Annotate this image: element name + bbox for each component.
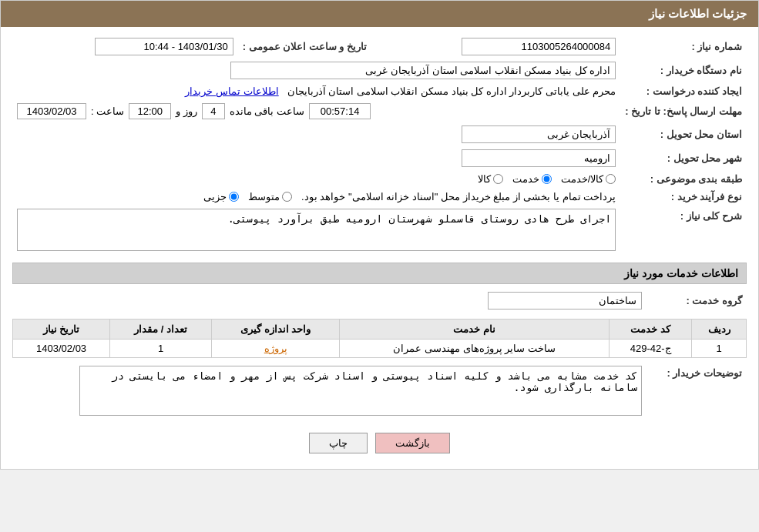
services-header-row: ردیف کد خدمت نام خدمت واحد اندازه گیری ت…: [13, 320, 747, 340]
tarikh-label: تاریخ و ساعت اعلان عمومی :: [238, 35, 371, 59]
ostan-value: آذربایجان غربی: [12, 122, 620, 146]
radio-khadamat-label: خدمت: [512, 173, 539, 185]
row-nam-dastgah: نام دستگاه خریدار : اداره کل بنیاد مسکن …: [12, 59, 747, 82]
mohlat-value: 00:57:14 ساعت باقی مانده 4 روز و 12:00 س…: [12, 100, 620, 122]
services-table-head: ردیف کد خدمت نام خدمت واحد اندازه گیری ت…: [13, 320, 747, 340]
page-header: جزئیات اطلاعات نیاز: [1, 1, 758, 27]
mohlat-saat-baqi-label: ساعت باقی مانده: [230, 105, 304, 117]
radio-kala-input[interactable]: [493, 174, 503, 184]
ijad-konande-label: ایجاد کننده درخواست :: [620, 82, 747, 100]
cell-radif: 1: [692, 340, 747, 358]
cell-kod: ج-42-429: [609, 340, 691, 358]
col-tarikh: تاریخ نیاز: [13, 320, 110, 340]
radio-jozee-label: جزیی: [203, 191, 227, 202]
ostan-input: آذربایجان غربی: [462, 125, 616, 143]
chap-button[interactable]: چاپ: [309, 433, 368, 453]
tosihaat-value: کد خدمت مشابه می باشد و کلیه اسناد پیوست…: [12, 363, 646, 421]
row-noe-farayand: نوع فرآیند خرید : پرداخت تمام یا بخشی از…: [12, 188, 747, 206]
tosihaat-table: توضیحات خریدار : کد خدمت مشابه می باشد و…: [12, 363, 747, 421]
radio-khadamat: خدمت: [512, 173, 552, 185]
radio-kala: کالا: [478, 173, 503, 185]
row-tosihaat: توضیحات خریدار : کد خدمت مشابه می باشد و…: [12, 363, 747, 421]
sharh-textarea[interactable]: اجرای طرح هادی روستای قاسملو شهرستان ارو…: [17, 209, 616, 251]
col-nam: نام خدمت: [340, 320, 610, 340]
sharh-label: شرح کلی نیاز :: [620, 206, 747, 256]
mohlat-baqi-value: 00:57:14: [309, 103, 371, 119]
shahr-value: ارومیه: [12, 146, 620, 170]
cell-nam: ساخت سایر پروژه‌های مهندسی عمران: [340, 340, 610, 358]
row-shomare-tarikh: شماره نیاز : 1103005264000084 تاریخ و سا…: [12, 35, 747, 59]
mohlat-saat-label: ساعت :: [91, 105, 124, 117]
mohlat-label: مهلت ارسال پاسخ: تا تاریخ :: [620, 100, 747, 122]
col-radif: ردیف: [692, 320, 747, 340]
shahr-label: شهر محل تحویل :: [620, 146, 747, 170]
main-info-table: شماره نیاز : 1103005264000084 تاریخ و سا…: [12, 35, 747, 256]
noe-farayand-radio-group: پرداخت تمام یا بخشی از مبلغ خریداز محل "…: [17, 191, 616, 202]
radio-jozee: جزیی: [203, 191, 239, 202]
noe-farayand-label: نوع فرآیند خرید :: [620, 188, 747, 206]
grooh-value: ساختمان: [12, 289, 646, 313]
mohlat-roz-value: 4: [202, 103, 225, 119]
row-sharh: شرح کلی نیاز : اجرای طرح هادی روستای قاس…: [12, 206, 747, 256]
col-vahed: واحد اندازه گیری: [212, 320, 340, 340]
page-title: جزئیات اطلاعات نیاز: [649, 7, 747, 20]
services-table: ردیف کد خدمت نام خدمت واحد اندازه گیری ت…: [12, 319, 747, 358]
cell-tedad: 1: [110, 340, 212, 358]
row-tabaqebandi: طبقه بندی موضوعی : کالا/خدمت خدمت: [12, 170, 747, 188]
table-row: 1 ج-42-429 ساخت سایر پروژه‌های مهندسی عم…: [13, 340, 747, 358]
buttons-row: بازگشت چاپ: [12, 433, 747, 453]
bazgasht-button[interactable]: بازگشت: [375, 433, 450, 453]
cell-tarikh: 1403/02/03: [13, 340, 110, 358]
nam-dastgah-input: اداره کل بنیاد مسکن انقلاب اسلامی استان …: [230, 62, 616, 79]
mohlat-saat-value: 12:00: [129, 103, 171, 119]
row-shahr: شهر محل تحویل : ارومیه: [12, 146, 747, 170]
row-grooh: گروه خدمت : ساختمان: [12, 289, 747, 313]
page-container: جزئیات اطلاعات نیاز شماره نیاز : 1103005…: [0, 0, 759, 470]
radio-kala-khadamat: کالا/خدمت: [561, 173, 616, 185]
ijad-konande-value: محرم علی یاباتی کاربردار اداره کل بنیاد …: [12, 82, 620, 100]
grooh-input: ساختمان: [488, 292, 642, 309]
radio-kala-label: کالا: [478, 173, 491, 185]
tarikh-value: 1403/01/30 - 10:44: [12, 35, 238, 59]
services-table-body: 1 ج-42-429 ساخت سایر پروژه‌های مهندسی عم…: [13, 340, 747, 358]
col-kod: کد خدمت: [609, 320, 691, 340]
tabaqebandi-radios: کالا/خدمت خدمت کالا: [12, 170, 620, 188]
noe-farayand-content: پرداخت تمام یا بخشی از مبلغ خریداز محل "…: [12, 188, 620, 206]
radio-motavaset: متوسط: [248, 191, 292, 202]
shomare-niaz-label: شماره نیاز :: [620, 35, 747, 59]
tosihaat-label: توضیحات خریدار :: [646, 363, 747, 421]
grooh-table: گروه خدمت : ساختمان: [12, 289, 747, 313]
khadamat-section-header: اطلاعات خدمات مورد نیاز: [12, 263, 747, 284]
mohlat-roz-label: روز و: [176, 105, 197, 117]
cell-vahed: پروژه: [212, 340, 340, 358]
sharh-value: اجرای طرح هادی روستای قاسملو شهرستان ارو…: [12, 206, 620, 256]
radio-motavaset-label: متوسط: [248, 191, 280, 202]
ostan-label: استان محل تحویل :: [620, 122, 747, 146]
noe-farayand-text: پرداخت تمام یا بخشی از مبلغ خریداز محل "…: [301, 191, 616, 202]
radio-kala-khadamat-label: کالا/خدمت: [561, 173, 604, 185]
nam-dastgah-label: نام دستگاه خریدار :: [620, 59, 747, 82]
mohlat-date-value: 1403/02/03: [17, 103, 86, 119]
radio-jozee-input[interactable]: [229, 192, 239, 202]
radio-motavaset-input[interactable]: [282, 192, 292, 202]
row-mohlat: مهلت ارسال پاسخ: تا تاریخ : 00:57:14 ساع…: [12, 100, 747, 122]
tabaqebandi-radio-group: کالا/خدمت خدمت کالا: [17, 173, 616, 185]
tarikh-input: 1403/01/30 - 10:44: [95, 38, 233, 55]
ittilaat-tamas-link[interactable]: اطلاعات تماس خریدار: [185, 85, 278, 97]
grooh-label: گروه خدمت :: [646, 289, 747, 313]
nam-dastgah-value: اداره کل بنیاد مسکن انقلاب اسلامی استان …: [12, 59, 620, 82]
radio-kala-khadamat-input[interactable]: [606, 174, 616, 184]
col-tedad: تعداد / مقدار: [110, 320, 212, 340]
row-ijad-konande: ایجاد کننده درخواست : محرم علی یاباتی کا…: [12, 82, 747, 100]
content-area: شماره نیاز : 1103005264000084 تاریخ و سا…: [1, 27, 758, 469]
shomare-niaz-input: 1103005264000084: [462, 38, 616, 55]
tabaqebandi-label: طبقه بندی موضوعی :: [620, 170, 747, 188]
radio-khadamat-input[interactable]: [542, 174, 552, 184]
shahr-input: ارومیه: [462, 149, 616, 167]
ijad-konande-text: محرم علی یاباتی کاربردار اداره کل بنیاد …: [287, 85, 616, 97]
shomare-niaz-value: 1103005264000084: [371, 35, 620, 59]
row-ostan: استان محل تحویل : آذربایجان غربی: [12, 122, 747, 146]
tosihaat-textarea[interactable]: کد خدمت مشابه می باشد و کلیه اسناد پیوست…: [79, 366, 642, 416]
